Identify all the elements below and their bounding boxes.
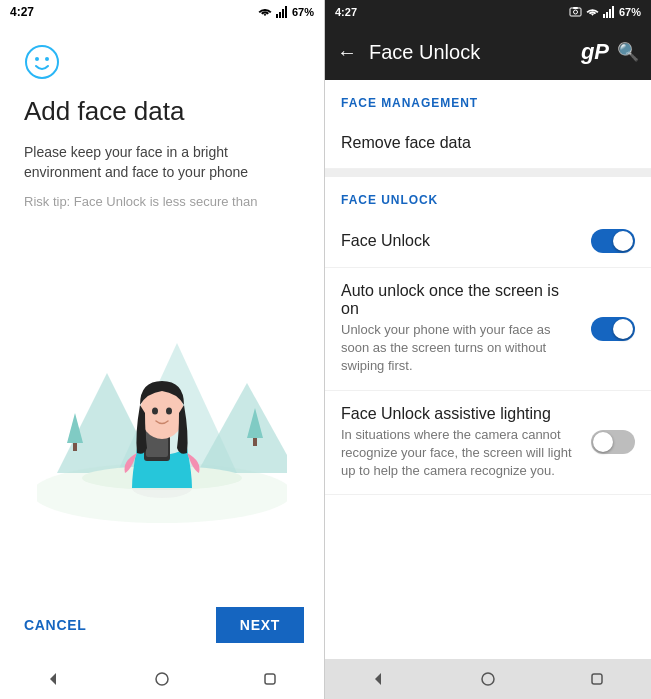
back-button[interactable]: ← [337, 41, 357, 64]
section-header-face-management: FACE MANAGEMENT [325, 80, 651, 118]
face-smiley-icon [24, 44, 60, 80]
next-button[interactable]: NEXT [216, 607, 304, 643]
svg-rect-14 [253, 438, 257, 446]
time-left: 4:27 [10, 5, 34, 19]
list-item-face-unlock[interactable]: Face Unlock [325, 215, 651, 268]
face-unlock-title: Face Unlock [341, 232, 579, 250]
nav-bar-left [0, 659, 324, 699]
svg-rect-1 [279, 12, 281, 18]
content-left: Add face data Please keep your face in a… [0, 24, 324, 595]
svg-rect-28 [603, 14, 605, 18]
remove-face-title: Remove face data [341, 134, 471, 151]
auto-unlock-content: Auto unlock once the screen is on Unlock… [341, 282, 579, 376]
list-item-remove-face[interactable]: Remove face data [325, 118, 651, 169]
assistive-lighting-title: Face Unlock assistive lighting [341, 405, 579, 423]
bottom-buttons: CANCEL NEXT [0, 595, 324, 659]
auto-unlock-subtitle: Unlock your phone with your face as soon… [341, 321, 579, 376]
svg-rect-0 [276, 14, 278, 18]
toggle-thumb [613, 231, 633, 251]
cancel-button[interactable]: CANCEL [20, 609, 91, 641]
toggle-thumb-2 [613, 319, 633, 339]
svg-point-20 [152, 408, 158, 415]
illustration-svg [37, 293, 287, 523]
add-face-title: Add face data [24, 96, 300, 127]
time-right: 4:27 [335, 6, 357, 18]
subtitle-text: Please keep your face in a bright enviro… [24, 143, 300, 182]
back-nav-icon-right[interactable] [369, 669, 389, 689]
svg-point-5 [35, 57, 39, 61]
search-icon[interactable]: 🔍 [617, 41, 639, 63]
svg-point-21 [166, 408, 172, 415]
svg-rect-2 [282, 9, 284, 18]
gp-logo: gP [581, 39, 609, 65]
assistive-lighting-subtitle: In situations where the camera cannot re… [341, 426, 579, 481]
status-icons-right: 67% [569, 6, 641, 18]
svg-rect-12 [73, 443, 77, 451]
home-nav-icon-right[interactable] [478, 669, 498, 689]
toggle-thumb-3 [593, 432, 613, 452]
home-nav-icon[interactable] [152, 669, 172, 689]
svg-rect-34 [592, 674, 602, 684]
signal-icon [276, 6, 288, 18]
nav-bar-right [325, 659, 651, 699]
recents-nav-icon[interactable] [260, 669, 280, 689]
svg-rect-25 [570, 8, 581, 16]
svg-rect-30 [609, 9, 611, 18]
face-unlock-toggle[interactable] [591, 229, 635, 253]
toolbar: ← Face Unlock gP 🔍 [325, 24, 651, 80]
svg-point-23 [156, 673, 168, 685]
svg-marker-22 [50, 673, 56, 685]
svg-rect-24 [265, 674, 275, 684]
toolbar-title: Face Unlock [369, 41, 581, 64]
svg-rect-29 [606, 12, 608, 18]
svg-rect-27 [573, 7, 578, 9]
svg-point-33 [482, 673, 494, 685]
risk-text: Risk tip: Face Unlock is less secure tha… [24, 194, 300, 209]
battery-left: 67% [292, 6, 314, 18]
screen-left: 4:27 67% Add face data [0, 0, 325, 699]
section-header-face-unlock: FACE UNLOCK [325, 177, 651, 215]
svg-marker-32 [375, 673, 381, 685]
svg-rect-3 [285, 6, 287, 18]
svg-point-26 [573, 10, 577, 14]
svg-point-6 [45, 57, 49, 61]
back-nav-icon[interactable] [44, 669, 64, 689]
face-illustration [24, 221, 300, 595]
battery-right: 67% [619, 6, 641, 18]
assistive-lighting-content: Face Unlock assistive lighting In situat… [341, 405, 579, 481]
face-unlock-content: Face Unlock [341, 232, 579, 250]
assistive-lighting-toggle[interactable] [591, 430, 635, 454]
screen-right: 4:27 67% ← Fa [325, 0, 651, 699]
svg-rect-31 [612, 6, 614, 18]
wifi-icon-right [586, 6, 599, 18]
status-bar-right: 4:27 67% [325, 0, 651, 24]
signal-icon-right [603, 6, 615, 18]
list-item-auto-unlock[interactable]: Auto unlock once the screen is on Unlock… [325, 268, 651, 391]
status-icons-left: 67% [258, 6, 314, 18]
settings-content: FACE MANAGEMENT Remove face data FACE UN… [325, 80, 651, 659]
list-item-assistive-lighting[interactable]: Face Unlock assistive lighting In situat… [325, 391, 651, 496]
svg-point-4 [26, 46, 58, 78]
wifi-icon [258, 6, 272, 18]
photo-icon [569, 6, 582, 18]
recents-nav-icon-right[interactable] [587, 669, 607, 689]
auto-unlock-title: Auto unlock once the screen is on [341, 282, 579, 318]
status-bar-left: 4:27 67% [0, 0, 324, 24]
divider-1 [325, 169, 651, 177]
auto-unlock-toggle[interactable] [591, 317, 635, 341]
